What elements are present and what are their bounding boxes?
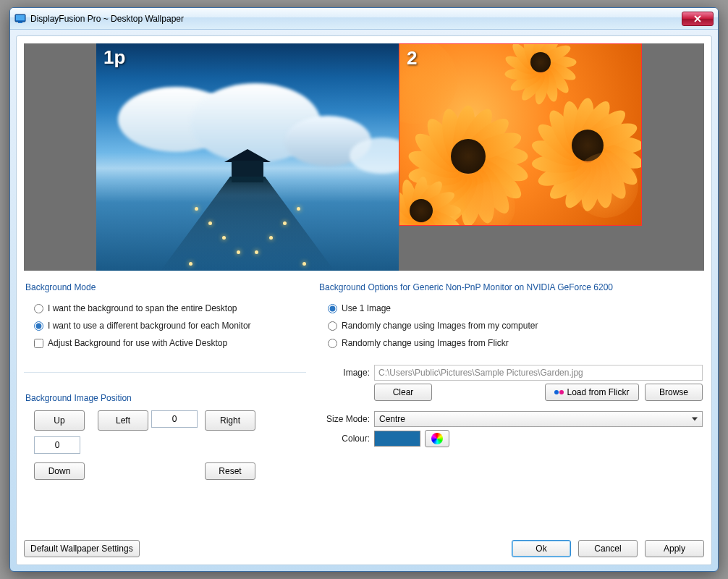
- check-active-desktop-input[interactable]: [34, 339, 43, 348]
- apply-button[interactable]: Apply: [645, 540, 704, 557]
- image-field-label: Image:: [319, 368, 370, 378]
- radio-random-computer-input[interactable]: [328, 321, 337, 331]
- monitor-1-label: 1p: [103, 46, 125, 69]
- flickr-icon: [554, 390, 564, 394]
- default-wallpaper-settings-button[interactable]: Default Wallpaper Settings: [24, 540, 140, 557]
- clear-button[interactable]: Clear: [374, 384, 432, 401]
- reset-button[interactable]: Reset: [205, 462, 255, 480]
- background-options-label: Background Options for Generic Non-PnP M…: [319, 282, 703, 292]
- close-button[interactable]: [682, 12, 714, 26]
- radio-random-computer[interactable]: Randomly change using Images from my com…: [319, 317, 703, 334]
- radio-span-desktop[interactable]: I want the background to span the entire…: [25, 300, 305, 317]
- up-button[interactable]: Up: [34, 410, 85, 431]
- radio-random-flickr[interactable]: Randomly change using Images from Flickr: [319, 334, 703, 352]
- ok-button[interactable]: Ok: [512, 540, 571, 557]
- image-path-input[interactable]: [374, 365, 703, 381]
- monitor-2-label: 2: [407, 47, 417, 69]
- radio-random-flickr-input[interactable]: [328, 339, 337, 348]
- cancel-button[interactable]: Cancel: [578, 540, 638, 557]
- radio-per-monitor-input[interactable]: [34, 321, 43, 331]
- radio-per-monitor-label: I want to use a different background for…: [48, 321, 251, 331]
- left-button[interactable]: Left: [98, 410, 148, 431]
- size-mode-value: Centre: [379, 414, 405, 424]
- divider: [24, 372, 306, 373]
- radio-use-1-image-input[interactable]: [328, 304, 337, 313]
- browse-button[interactable]: Browse: [645, 384, 703, 401]
- colour-swatch[interactable]: [374, 431, 420, 447]
- dialog-window: DisplayFusion Pro ~ Desktop Wallpaper: [9, 7, 719, 572]
- background-mode-label: Background Mode: [25, 282, 305, 292]
- load-from-flickr-button[interactable]: Load from Flickr: [545, 384, 639, 401]
- titlebar[interactable]: DisplayFusion Pro ~ Desktop Wallpaper: [10, 8, 718, 30]
- image-position-label: Background Image Position: [25, 393, 305, 403]
- size-mode-select[interactable]: Centre: [374, 411, 703, 427]
- right-button[interactable]: Right: [205, 410, 255, 431]
- position-x-input[interactable]: [151, 410, 198, 428]
- check-active-desktop[interactable]: Adjust Background for use with Active De…: [25, 334, 305, 352]
- monitor-2-preview[interactable]: 2: [399, 43, 642, 226]
- position-y-input[interactable]: [34, 436, 80, 454]
- image-position-group: Background Image Position Up Left Right …: [24, 390, 306, 486]
- radio-random-computer-label: Randomly change using Images from my com…: [342, 321, 538, 331]
- svg-rect-1: [16, 15, 25, 20]
- radio-span-desktop-label: I want the background to span the entire…: [48, 303, 237, 313]
- close-icon: [694, 15, 701, 22]
- radio-use-1-image[interactable]: Use 1 Image: [319, 300, 703, 317]
- footer: Default Wallpaper Settings Ok Cancel App…: [24, 531, 704, 557]
- radio-random-flickr-label: Randomly change using Images from Flickr: [342, 338, 509, 348]
- load-from-flickr-label: Load from Flickr: [567, 387, 629, 397]
- monitor-1-preview[interactable]: 1p: [96, 43, 399, 271]
- radio-per-monitor[interactable]: I want to use a different background for…: [25, 317, 305, 334]
- size-mode-label: Size Mode:: [319, 414, 370, 424]
- down-button[interactable]: Down: [34, 462, 85, 480]
- colour-label: Colour:: [319, 434, 370, 444]
- check-active-desktop-label: Adjust Background for use with Active De…: [48, 338, 227, 348]
- radio-span-desktop-input[interactable]: [34, 304, 43, 313]
- colour-picker-button[interactable]: [425, 430, 449, 447]
- svg-rect-2: [18, 22, 22, 23]
- colour-wheel-icon: [431, 433, 443, 444]
- client-area: 1p 2 Background Mode I want the backgrou…: [16, 35, 712, 565]
- monitor-preview-area: 1p 2: [24, 43, 704, 271]
- radio-use-1-image-label: Use 1 Image: [342, 303, 391, 313]
- window-title: DisplayFusion Pro ~ Desktop Wallpaper: [30, 14, 682, 24]
- background-options-group: Background Options for Generic Non-PnP M…: [318, 279, 704, 456]
- app-icon: [14, 13, 26, 25]
- background-mode-group: Background Mode I want the background to…: [24, 279, 306, 358]
